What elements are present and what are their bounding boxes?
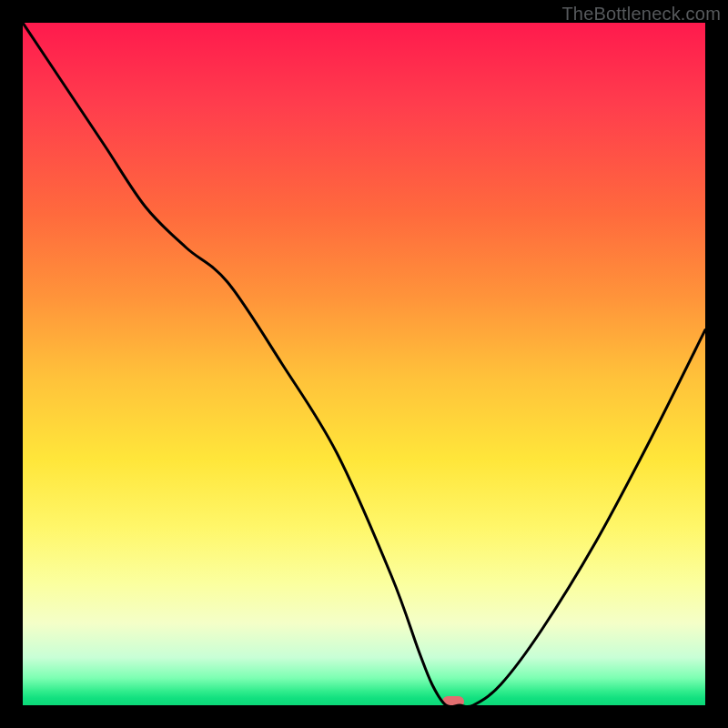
plot-area [23, 23, 705, 705]
curve-path [23, 23, 705, 705]
watermark-text: TheBottleneck.com [561, 4, 721, 25]
bottleneck-curve [23, 23, 705, 705]
chart-frame: TheBottleneck.com [0, 0, 728, 728]
